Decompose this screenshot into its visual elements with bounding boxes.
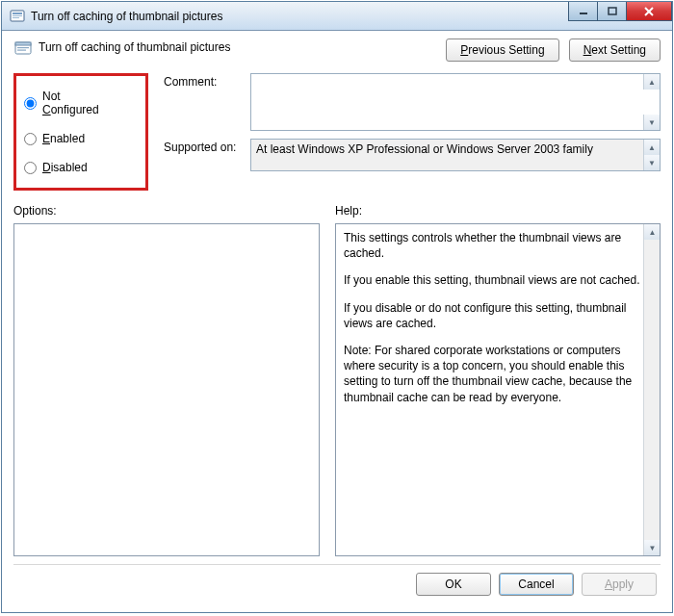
radio-disabled[interactable]: Disabled [22,161,118,174]
maximize-button[interactable] [597,2,626,21]
radio-enabled-input[interactable] [24,133,37,145]
svg-rect-11 [17,50,26,51]
radio-not-configured[interactable]: Not Configured [22,90,118,116]
close-button[interactable] [626,2,672,21]
titlebar[interactable]: Turn off caching of thumbnail pictures [2,2,672,31]
state-radio-group: Not Configured Enabled Disabled [13,73,148,191]
supported-label: Supported on: [164,139,243,154]
mid-section: Not Configured Enabled Disabled Comment: [13,73,661,191]
scroll-up-icon[interactable]: ▲ [643,74,660,90]
previous-setting-button[interactable]: Previous Setting [446,38,558,62]
comment-row: Comment: ▲ ▼ [164,73,661,131]
client-area: Turn off caching of thumbnail pictures P… [2,31,672,612]
supported-value: At least Windows XP Professional or Wind… [251,140,660,170]
svg-rect-1 [13,13,22,14]
help-panel: This settings controls whether the thumb… [335,223,661,556]
options-column: Options: [13,204,320,556]
supported-scrollbar[interactable]: ▲ ▼ [643,140,660,170]
help-label: Help: [335,204,661,218]
lower-section: Options: Help: This settings controls wh… [13,204,661,556]
help-paragraph: If you disable or do not configure this … [344,300,640,331]
scrollbar-track[interactable] [644,240,660,540]
window-controls [568,2,672,21]
help-content: This settings controls whether the thumb… [336,224,660,555]
dialog-window: Turn off caching of thumbnail pictures [1,1,673,613]
svg-rect-2 [13,15,22,16]
apply-button[interactable]: Apply [582,573,657,596]
cancel-button[interactable]: Cancel [499,573,574,596]
help-column: Help: This settings controls whether the… [335,204,661,556]
scroll-up-icon[interactable]: ▲ [643,140,660,155]
svg-rect-3 [13,17,19,18]
nav-buttons: Previous Setting Next Setting [446,38,661,62]
svg-rect-5 [609,8,616,14]
help-paragraph: This settings controls whether the thumb… [344,230,640,261]
radio-enabled[interactable]: Enabled [22,132,118,145]
comment-value[interactable] [251,74,660,130]
minimize-button[interactable] [568,2,597,21]
scroll-down-icon[interactable]: ▼ [644,540,661,555]
radio-disabled-input[interactable] [24,162,37,174]
scroll-down-icon[interactable]: ▼ [643,115,660,130]
fields: Comment: ▲ ▼ Supported on: At least Wind… [164,73,661,191]
options-content [14,224,319,555]
svg-rect-10 [17,47,29,48]
radio-not-configured-input[interactable] [24,97,37,110]
scroll-down-icon[interactable]: ▼ [643,155,660,170]
help-paragraph: Note: For shared corporate workstations … [344,343,640,405]
policy-title: Turn off caching of thumbnail pictures [39,38,446,54]
help-paragraph: If you enable this setting, thumbnail vi… [344,272,640,288]
ok-button[interactable]: OK [416,573,491,596]
supported-row: Supported on: At least Windows XP Profes… [164,139,661,171]
next-setting-button[interactable]: Next Setting [569,38,661,62]
comment-label: Comment: [164,73,243,89]
options-label: Options: [13,204,320,218]
window-title: Turn off caching of thumbnail pictures [31,10,222,23]
svg-rect-9 [15,42,31,45]
policy-icon [13,38,33,58]
footer: OK Cancel Apply [13,564,661,603]
help-scrollbar[interactable]: ▲ ▼ [643,224,660,555]
comment-scrollbar[interactable]: ▲ ▼ [643,74,660,130]
options-panel [13,223,320,556]
supported-textarea: At least Windows XP Professional or Wind… [250,139,661,171]
header-row: Turn off caching of thumbnail pictures P… [13,38,661,62]
app-icon [10,9,25,24]
scroll-up-icon[interactable]: ▲ [644,224,661,240]
comment-textarea[interactable]: ▲ ▼ [250,73,661,131]
